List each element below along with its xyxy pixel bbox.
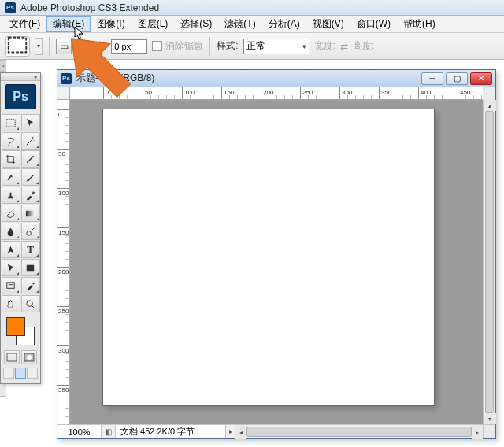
tool-eraser[interactable] [2,205,20,222]
svg-rect-5 [27,264,34,271]
close-button[interactable]: ✕ [470,72,492,85]
tool-path-select[interactable] [2,259,20,276]
tool-clone-stamp[interactable] [2,187,20,204]
resize-grip[interactable] [483,425,495,438]
screen-mode-standard[interactable] [3,368,14,379]
tool-brush[interactable] [21,168,40,186]
tools-palette: ▾ Ps T [0,72,41,384]
scrollbar-horizontal[interactable]: ◂ ▸ [235,425,483,438]
scroll-thumb-vertical[interactable] [485,111,494,413]
maximize-button[interactable]: ▢ [446,72,468,85]
svg-rect-0 [9,37,27,52]
ruler-horizontal[interactable]: 050100150200250300350400450 [70,87,483,100]
scroll-right-button[interactable]: ▸ [472,425,483,439]
separator [78,37,79,56]
app-titlebar: Ps Adobe Photoshop CS3 Extended [0,0,504,16]
separator [209,37,210,56]
marquee-new-button[interactable]: ▭ [56,39,72,54]
color-swatch-area [1,314,40,349]
tool-dodge[interactable] [21,223,40,240]
menu-view[interactable]: 视图(V) [306,16,350,32]
tool-rect-marquee[interactable] [2,114,20,131]
style-label: 样式: [217,39,238,53]
svg-rect-8 [7,353,17,361]
minimize-button[interactable]: ─ [421,72,443,85]
rect-marquee-icon [6,35,29,58]
tool-preset-slot[interactable] [5,36,30,57]
status-bar: 100% ◧ 文档:452.2K/0 字节 ▸ ◂ ▸ [57,424,495,438]
foreground-background-swatch[interactable] [6,317,35,345]
menu-layer[interactable]: 图层(L) [132,16,175,32]
menu-analysis[interactable]: 分析(A) [262,16,306,32]
tool-notes[interactable] [2,277,20,294]
scroll-down-button[interactable]: ▾ [484,413,496,424]
palette-handle[interactable]: ▾ [1,73,40,81]
svg-rect-6 [7,282,14,288]
zoom-field[interactable]: 100% [57,425,102,438]
standard-mode-button[interactable] [4,350,20,364]
document-title: 示题- 00%(RGB/8) [76,72,417,85]
tool-preset-dropdown[interactable]: ▾ [35,38,43,55]
tool-gradient[interactable] [21,205,40,222]
canvas-viewport[interactable] [70,100,483,424]
tool-type[interactable]: T [21,241,40,258]
style-select[interactable]: 正常 ▾ [243,39,309,54]
document-window: Ps 示题- 00%(RGB/8) ─ ▢ ✕ 0501001502002503… [57,69,496,439]
app-icon: Ps [5,2,16,13]
palette-menu-icon[interactable]: ▾ [34,73,38,81]
screen-mode-full[interactable] [27,368,38,379]
tool-eyedropper[interactable] [21,277,40,294]
height-label: 高度: [353,39,374,53]
tool-healing-brush[interactable] [2,168,20,186]
tool-shape[interactable] [21,259,40,276]
scroll-left-button[interactable]: ◂ [235,425,246,439]
svg-rect-3 [26,210,35,216]
tool-zoom[interactable] [21,295,40,312]
menu-window[interactable]: 窗口(W) [350,16,397,32]
scroll-thumb-horizontal[interactable] [246,427,472,437]
tool-crop[interactable] [2,150,20,168]
tool-hand[interactable] [2,295,20,312]
ruler-vertical[interactable]: 050100150200250300350 [57,100,70,424]
tool-grid: T [1,113,40,314]
scrollbar-vertical[interactable]: ▴ ▾ [483,100,495,424]
separator [49,37,50,56]
chevron-down-icon: ▾ [302,42,306,50]
menubar: 文件(F) 编辑(E) 图像(I) 图层(L) 选择(S) 滤镜(T) 分析(A… [0,16,504,33]
svg-point-4 [27,231,32,235]
document-titlebar[interactable]: Ps 示题- 00%(RGB/8) ─ ▢ ✕ [57,70,495,87]
photoshop-logo: Ps [5,84,36,109]
tool-history-brush[interactable] [21,187,40,204]
tool-slice[interactable] [21,150,40,168]
tool-magic-wand[interactable] [21,132,40,150]
tool-blur[interactable] [2,223,20,240]
menu-image[interactable]: 图像(I) [91,16,131,32]
screen-mode-row [1,366,40,383]
options-bar: ▾ ▭ 羽化: 消除锯齿 样式: 正常 ▾ 宽度: ⇄ 高度: [0,33,504,60]
feather-label: 羽化: [85,39,106,53]
menu-select[interactable]: 选择(S) [174,16,218,32]
antialias-checkbox [152,41,162,51]
dock-expand-button[interactable]: « [0,61,6,72]
menu-file[interactable]: 文件(F) [3,16,46,32]
scroll-up-button[interactable]: ▴ [484,100,496,111]
quickmask-mode-button[interactable] [21,350,37,364]
status-menu-button[interactable]: ▸ [226,425,235,438]
tool-move[interactable] [21,114,40,131]
menu-help[interactable]: 帮助(H) [397,16,442,32]
status-icon[interactable]: ◧ [102,425,116,438]
app-title: Adobe Photoshop CS3 Extended [20,2,159,13]
tool-lasso[interactable] [2,132,20,150]
menu-edit[interactable]: 编辑(E) [46,16,91,32]
width-height-link-icon: ⇄ [340,41,348,52]
foreground-color[interactable] [6,317,25,336]
status-text: 文档:452.2K/0 字节 [116,425,226,438]
tool-pen[interactable] [2,241,20,258]
antialias-option: 消除锯齿 [152,39,203,53]
feather-input[interactable] [111,39,147,54]
ruler-origin[interactable] [57,87,70,100]
width-label: 宽度: [314,39,335,53]
canvas[interactable] [103,109,434,405]
menu-filter[interactable]: 滤镜(T) [218,16,261,32]
screen-mode-full-menubar[interactable] [15,368,26,379]
